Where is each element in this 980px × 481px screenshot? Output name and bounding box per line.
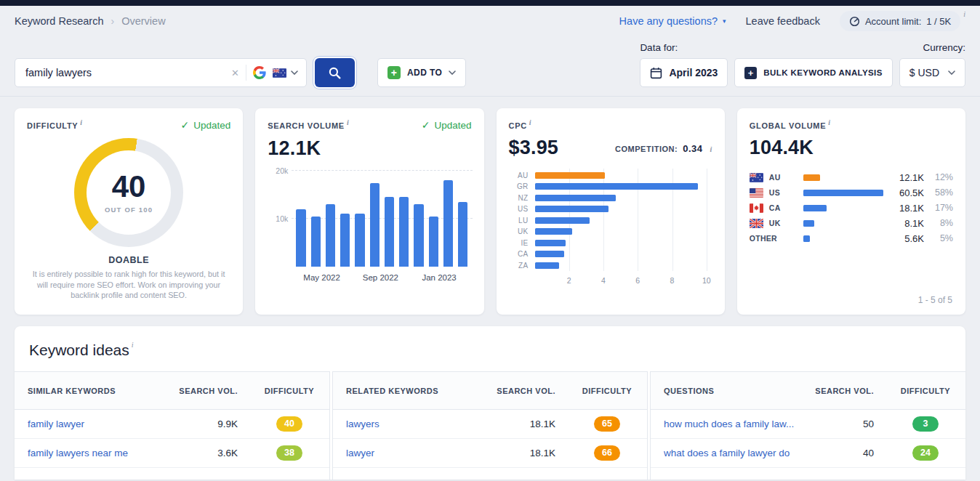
- cpc-row: GR: [535, 183, 707, 190]
- account-limit: Account limit: 1 / 5K i: [840, 11, 965, 31]
- cpc-row: NZ: [535, 195, 707, 201]
- column-header-search-volume: SEARCH VOL.: [807, 387, 885, 395]
- table-row: [651, 468, 965, 480]
- volume-bar: [458, 202, 467, 267]
- breadcrumb-separator: ›: [111, 15, 115, 27]
- keyword-tables: SIMILAR KEYWORDSSEARCH VOL.DIFFICULTYfam…: [15, 371, 965, 480]
- cpc-bar: [535, 183, 698, 190]
- header-right: Have any questions? ▾ Leave feedback Acc…: [619, 11, 965, 31]
- volume-value: 5.6K: [886, 233, 924, 244]
- search-volume-updated-status: ✓ Updated: [422, 119, 472, 131]
- region-selector[interactable]: [273, 68, 298, 78]
- cpc-row: CA: [535, 251, 707, 257]
- breadcrumb-keyword-research[interactable]: Keyword Research: [15, 15, 104, 27]
- clear-search-icon[interactable]: ✕: [231, 68, 239, 78]
- difficulty-description: It is entirely possible to rank high for…: [27, 269, 230, 301]
- column-header-keywords: RELATED KEYWORDS: [333, 387, 489, 395]
- volume-percent: 5%: [924, 233, 953, 243]
- bulk-keyword-analysis-button[interactable]: BULK KEYWORD ANALYSIS: [734, 58, 892, 87]
- data-for-group: Data for: April 2023 BULK KEYWORD ANALYS…: [640, 42, 892, 87]
- volume-bar: [326, 204, 335, 267]
- x-axis-label: 8: [670, 276, 675, 285]
- volume-bar: [414, 204, 423, 267]
- ca-flag-icon: [750, 203, 763, 213]
- keyword-link[interactable]: lawyers: [346, 419, 489, 429]
- volume-bar-track: [803, 235, 886, 242]
- keyword-link[interactable]: what does a family lawyer do: [664, 448, 807, 458]
- cpc-bar: [535, 228, 573, 235]
- leave-feedback-link[interactable]: Leave feedback: [746, 15, 820, 27]
- info-icon: i: [529, 118, 531, 126]
- cpc-row: IE: [535, 240, 707, 246]
- table-header-row: RELATED KEYWORDSSEARCH VOL.DIFFICULTY: [333, 371, 647, 410]
- volume-x-labels: May 2022Sep 2022Jan 2023: [294, 267, 470, 284]
- month-label: April 2023: [669, 67, 718, 78]
- column-header-keywords: QUESTIONS: [651, 387, 807, 395]
- volume-percent: 58%: [924, 187, 953, 198]
- cpc-country-label: GR: [509, 182, 529, 190]
- cpc-country-label: IE: [509, 239, 529, 247]
- month-picker-button[interactable]: April 2023: [640, 58, 728, 87]
- country-code: UK: [769, 219, 781, 227]
- keyword-link[interactable]: family lawyers near me: [28, 448, 171, 458]
- keyword-cell: how much does a family law...: [651, 419, 807, 429]
- keyword-link[interactable]: lawyer: [346, 448, 489, 458]
- x-axis-label: 10: [702, 276, 711, 285]
- questions-dropdown[interactable]: Have any questions? ▾: [619, 15, 726, 27]
- google-icon[interactable]: [253, 66, 266, 79]
- cpc-axis: 246810: [535, 273, 707, 286]
- table-row: what does a family lawyer do4024: [651, 439, 965, 468]
- breadcrumb: Keyword Research › Overview: [15, 15, 166, 27]
- currency-select[interactable]: $ USD: [899, 58, 965, 87]
- volume-bar: [429, 217, 438, 267]
- updated-label: Updated: [193, 120, 230, 131]
- competition-value: 0.34: [683, 143, 702, 154]
- info-icon: i: [347, 118, 349, 126]
- table-row: family lawyers near me3.6K38: [15, 439, 329, 468]
- uk-flag-icon: [750, 219, 763, 228]
- cpc-bar: [535, 217, 590, 224]
- cpc-rows: AUGRNZUSLUUKIECAZA: [535, 172, 707, 269]
- add-to-button[interactable]: ADD TO: [377, 58, 466, 87]
- breadcrumb-current: Overview: [121, 15, 165, 27]
- search-icon: [328, 66, 342, 80]
- keyword-link[interactable]: how much does a family law...: [664, 419, 807, 429]
- cpc-title: CPCi: [509, 119, 532, 130]
- cpc-country-label: ZA: [509, 262, 529, 270]
- difficulty-gauge-center: 40 OUT OF 100: [87, 150, 171, 235]
- column-header-difficulty: DIFFICULTY: [249, 387, 329, 395]
- country-label: CA: [750, 203, 803, 213]
- search-input[interactable]: [25, 67, 225, 78]
- volume-percent: 8%: [924, 218, 953, 228]
- search-volume-cell: 40: [807, 448, 885, 458]
- keyword-table: SIMILAR KEYWORDSSEARCH VOL.DIFFICULTYfam…: [15, 371, 330, 480]
- difficulty-score: 40: [112, 171, 146, 202]
- search-volume-title: SEARCH VOLUMEi: [268, 119, 349, 130]
- keyword-link[interactable]: family lawyer: [28, 419, 171, 429]
- country-label: UK: [750, 219, 803, 228]
- cpc-bar: [535, 240, 566, 246]
- keyword-cell: family lawyer: [15, 419, 171, 429]
- keyword-table: QUESTIONSSEARCH VOL.DIFFICULTYhow much d…: [650, 371, 965, 480]
- gridline: [707, 169, 707, 271]
- account-limit-value: 1 / 5K: [926, 16, 951, 27]
- table-header-row: QUESTIONSSEARCH VOL.DIFFICULTY: [651, 371, 965, 410]
- keyword-search-box: ✕: [15, 58, 307, 87]
- keyword-cell: what does a family lawyer do: [651, 448, 807, 458]
- volume-share-bar: [803, 235, 811, 242]
- account-limit-badge[interactable]: Account limit: 1 / 5K: [840, 11, 960, 31]
- caret-down-icon: ▾: [723, 18, 726, 25]
- global-volume-value: 104.4K: [750, 137, 953, 159]
- country-label: OTHER: [750, 234, 803, 243]
- search-button[interactable]: [315, 58, 355, 87]
- search-volume-card: SEARCH VOLUMEi ✓ Updated 12.1K 10k20k Ma…: [255, 108, 483, 315]
- search-volume-cell: 18.1K: [489, 448, 567, 458]
- volume-value: 12.1K: [886, 172, 924, 183]
- difficulty-gauge: 40 OUT OF 100: [74, 138, 183, 247]
- volume-share-bar: [803, 174, 820, 181]
- add-to-list-icon: [387, 66, 401, 79]
- volume-bar: [296, 209, 305, 267]
- difficulty-badge: 65: [594, 416, 620, 432]
- top-strip: [0, 0, 980, 6]
- search-volume-cell: 18.1K: [489, 419, 567, 429]
